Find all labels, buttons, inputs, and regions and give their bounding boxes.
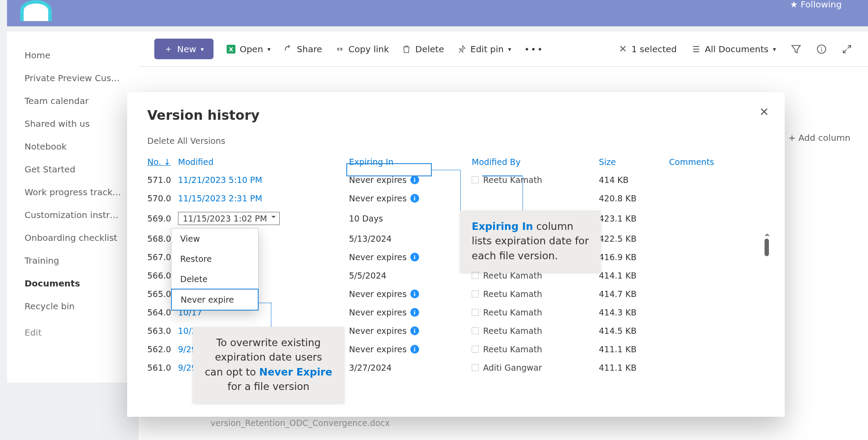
- nav-item[interactable]: Customization instruction: [7, 204, 139, 226]
- menu-item-view[interactable]: View: [171, 229, 258, 249]
- version-expiring: 10 Days: [349, 214, 472, 223]
- version-size: 422.5 KB: [599, 234, 669, 243]
- nav-item[interactable]: Training: [7, 249, 139, 272]
- info-icon[interactable]: i: [410, 290, 419, 298]
- version-modified-by: Reetu Kamath: [472, 326, 599, 336]
- col-comments[interactable]: Comments: [669, 157, 757, 167]
- clear-selection-icon[interactable]: ✕: [619, 43, 627, 54]
- col-no[interactable]: No. ↓: [147, 157, 178, 167]
- nav-item[interactable]: Work progress tracker: [7, 181, 139, 204]
- version-modified-link[interactable]: 11/21/2023 5:10 PM: [178, 175, 349, 185]
- presence-icon: [472, 327, 479, 334]
- view-switcher[interactable]: All Documents ▾: [692, 44, 776, 54]
- open-label: Open: [240, 44, 263, 54]
- version-expiring: 5/13/2024: [349, 234, 472, 243]
- nav-item[interactable]: Private Preview Customer…: [7, 67, 139, 89]
- info-icon[interactable]: i: [410, 345, 419, 354]
- new-button[interactable]: ＋ New ▾: [154, 39, 213, 59]
- presence-icon: [472, 176, 479, 183]
- info-icon[interactable]: i: [410, 326, 419, 335]
- close-dialog-button[interactable]: ✕: [759, 105, 769, 118]
- nav-item[interactable]: Recycle bin: [7, 295, 139, 318]
- chevron-down-icon: ▾: [201, 46, 204, 53]
- info-icon[interactable]: i: [410, 175, 419, 184]
- nav-edit-link[interactable]: Edit: [7, 321, 139, 344]
- version-row[interactable]: 571.011/21/2023 5:10 PMNever expiresiRee…: [147, 171, 765, 189]
- nav-item[interactable]: Documents: [7, 272, 139, 295]
- version-row[interactable]: 569.011/15/2023 1:02 PM10 Days423.1 KB: [147, 207, 765, 229]
- svg-text:i: i: [821, 46, 822, 53]
- dialog-scrollbar[interactable]: [764, 231, 770, 417]
- menu-item-never-expire[interactable]: Never expire: [171, 289, 259, 311]
- version-expiring: Never expiresi: [349, 308, 472, 317]
- version-expiring: 3/27/2024: [349, 363, 472, 372]
- presence-icon: [472, 272, 479, 279]
- chevron-down-icon: ▾: [267, 46, 270, 53]
- nav-item[interactable]: Onboarding checklist: [7, 226, 139, 249]
- plus-icon: ＋: [164, 43, 173, 55]
- site-header-band: Following: [7, 0, 868, 26]
- copylink-label: Copy link: [349, 44, 389, 54]
- delete-button[interactable]: Delete: [402, 44, 444, 54]
- following-toggle[interactable]: Following: [790, 0, 842, 10]
- selection-count[interactable]: ✕ 1 selected: [619, 43, 677, 54]
- presence-icon: [472, 346, 479, 353]
- editpin-label: Edit pin: [470, 44, 504, 54]
- col-expiring-in[interactable]: Expiring In: [349, 157, 472, 167]
- col-modified-by[interactable]: Modified By: [472, 157, 599, 167]
- version-modified-by: Reetu Kamath: [472, 271, 599, 280]
- version-modified-by: Reetu Kamath: [472, 289, 599, 299]
- version-table-header: No. ↓ Modified Expiring In Modified By S…: [147, 154, 765, 171]
- version-size: 414.3 KB: [599, 308, 669, 317]
- version-expiring: Never expiresi: [349, 252, 472, 262]
- info-icon[interactable]: i: [410, 308, 419, 317]
- version-expiring: Never expiresi: [349, 326, 472, 336]
- version-size: 416.9 KB: [599, 252, 669, 262]
- info-pane-icon[interactable]: i: [816, 44, 827, 54]
- nav-item[interactable]: Home: [7, 44, 139, 67]
- nav-item[interactable]: Notebook: [7, 135, 139, 158]
- nav-item[interactable]: Team calendar: [7, 89, 139, 112]
- editpin-button[interactable]: Edit pin ▾: [457, 44, 511, 54]
- version-size: 423.1 KB: [599, 214, 669, 223]
- svg-text:X: X: [229, 46, 233, 53]
- overflow-button[interactable]: •••: [524, 44, 544, 54]
- version-modified-link[interactable]: 11/15/2023 2:31 PM: [178, 193, 349, 203]
- version-modified-by: Reetu Kamath: [472, 175, 599, 185]
- info-icon[interactable]: i: [410, 194, 419, 203]
- pin-icon: [457, 45, 466, 54]
- version-modified-by: Reetu Kamath: [472, 308, 599, 317]
- filter-icon[interactable]: [791, 44, 801, 54]
- command-bar: ＋ New ▾ X Open ▾ Share Copy link Delete …: [139, 32, 868, 67]
- version-expiring: Never expiresi: [349, 344, 472, 354]
- version-modified-combo[interactable]: 11/15/2023 1:02 PM: [178, 212, 280, 225]
- version-row[interactable]: 570.011/15/2023 2:31 PMNever expiresi420…: [147, 189, 765, 207]
- nav-item[interactable]: Shared with us: [7, 112, 139, 135]
- version-size: 414.7 KB: [599, 289, 669, 299]
- partial-filename-under-modal: version_Retention_ODC_Convergence.docx: [210, 418, 390, 428]
- menu-item-restore[interactable]: Restore: [171, 249, 258, 269]
- delete-all-versions-link[interactable]: Delete All Versions: [147, 136, 765, 146]
- share-button[interactable]: Share: [284, 44, 322, 54]
- version-modified-link[interactable]: 11/15/2023 1:02 PM: [178, 212, 349, 225]
- presence-icon: [472, 364, 479, 371]
- presence-icon: [472, 309, 479, 316]
- col-size[interactable]: Size: [599, 157, 669, 167]
- info-icon[interactable]: i: [410, 253, 419, 261]
- open-button[interactable]: X Open ▾: [227, 44, 270, 54]
- col-modified[interactable]: Modified: [178, 157, 349, 167]
- scrollbar-thumb[interactable]: [765, 239, 769, 256]
- add-column-button[interactable]: + Add column: [788, 132, 850, 143]
- sort-desc-icon: ↓: [164, 157, 171, 167]
- version-no: 561.0: [147, 363, 178, 372]
- version-size: 420.8 KB: [599, 193, 669, 203]
- expand-icon[interactable]: [842, 44, 852, 54]
- version-no: 569.0: [147, 214, 178, 223]
- version-size: 414 KB: [599, 175, 669, 185]
- version-no: 562.0: [147, 344, 178, 354]
- version-expiring: 5/5/2024: [349, 271, 472, 280]
- share-icon: [284, 45, 292, 54]
- menu-item-delete[interactable]: Delete: [171, 269, 258, 289]
- nav-item[interactable]: Get Started: [7, 158, 139, 181]
- copylink-button[interactable]: Copy link: [335, 44, 389, 54]
